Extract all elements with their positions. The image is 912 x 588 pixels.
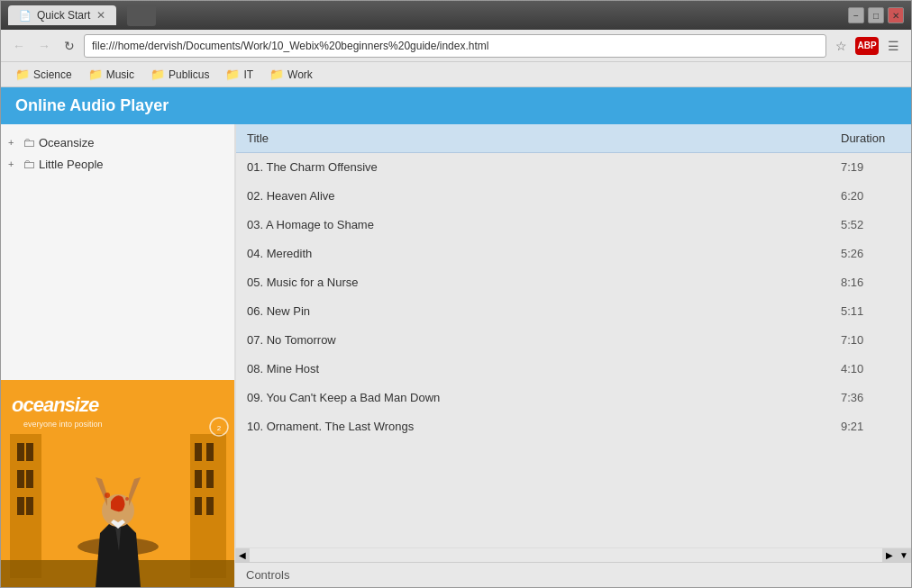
sidebar-item-oceansize-label: Oceansize	[39, 136, 94, 149]
table-row[interactable]: 07. No Tomorrow 7:10	[236, 326, 911, 355]
track-title: 02. Heaven Alive	[236, 182, 830, 211]
track-duration: 6:20	[830, 182, 911, 211]
folder-icon: 🗀	[23, 135, 35, 149]
tab-label: Quick Start	[37, 9, 90, 22]
horizontal-scrollbar[interactable]: ◀ ▶ ▼	[235, 547, 911, 562]
tree-area: + 🗀 Oceansize + 🗀 Little People	[1, 124, 234, 380]
window-controls: − □ ✕	[848, 7, 904, 23]
bookmark-music-label: Music	[106, 68, 134, 81]
expand-icon: +	[8, 137, 19, 148]
table-header-row: Title Duration	[236, 124, 911, 153]
forward-button[interactable]: →	[33, 35, 55, 57]
svg-text:everyone into position: everyone into position	[23, 420, 103, 429]
table-row[interactable]: 05. Music for a Nurse 8:16	[236, 268, 911, 297]
sidebar-item-oceansize[interactable]: + 🗀 Oceansize	[1, 131, 234, 153]
svg-rect-11	[195, 497, 202, 515]
track-duration: 5:26	[830, 240, 911, 268]
sidebar-item-little-people[interactable]: + 🗀 Little People	[1, 153, 234, 175]
controls-label: Controls	[246, 568, 289, 582]
svg-text:oceansize: oceansize	[12, 394, 99, 416]
bookmark-science[interactable]: 📁 Science	[8, 66, 79, 83]
folder-icon: 📁	[150, 68, 165, 81]
track-duration: 5:11	[830, 297, 911, 326]
track-title: 08. Mine Host	[236, 355, 830, 384]
svg-point-19	[125, 497, 129, 501]
minimize-button[interactable]: −	[848, 7, 864, 23]
table-row[interactable]: 04. Meredith 5:26	[236, 240, 911, 268]
tracks-body: 01. The Charm Offensive 7:19 02. Heaven …	[236, 153, 911, 441]
bookmark-music[interactable]: 📁 Music	[81, 66, 141, 83]
svg-rect-7	[26, 497, 33, 515]
scroll-right-button[interactable]: ▶	[882, 548, 897, 563]
scroll-left-button[interactable]: ◀	[235, 548, 250, 563]
bookmark-work-label: Work	[287, 68, 313, 81]
track-title: 10. Ornament. The Last Wrongs	[236, 412, 830, 441]
svg-point-18	[105, 493, 110, 498]
track-duration: 4:10	[830, 355, 911, 384]
svg-rect-1	[10, 434, 41, 578]
album-art: oceansize everyone into position 2	[1, 380, 235, 587]
track-duration: 7:10	[830, 326, 911, 355]
bookmark-publicus[interactable]: 📁 Publicus	[143, 66, 216, 83]
table-row[interactable]: 08. Mine Host 4:10	[236, 355, 911, 384]
bookmark-star-button[interactable]: ☆	[830, 35, 852, 57]
track-table[interactable]: Title Duration 01. The Charm Offensive 7…	[235, 124, 911, 547]
track-title: 06. New Pin	[236, 297, 830, 326]
tab-close-button[interactable]: ✕	[96, 9, 105, 22]
reload-button[interactable]: ↻	[59, 35, 80, 57]
track-duration: 9:21	[830, 412, 911, 441]
bookmark-it-label: IT	[243, 68, 253, 81]
track-title: 05. Music for a Nurse	[236, 268, 830, 297]
svg-rect-2	[17, 443, 24, 461]
bookmark-it[interactable]: 📁 IT	[218, 66, 260, 83]
address-bar[interactable]	[84, 34, 826, 58]
table-row[interactable]: 03. A Homage to Shame 5:52	[236, 211, 911, 240]
scroll-track[interactable]	[250, 548, 882, 562]
col-duration-header: Duration	[830, 124, 911, 153]
controls-bar: Controls	[235, 562, 911, 587]
svg-text:2: 2	[217, 424, 222, 432]
browser-tab[interactable]: 📄 Quick Start ✕	[8, 5, 116, 25]
expand-icon: +	[8, 158, 19, 169]
tab-page-icon: 📄	[19, 10, 32, 22]
browser-menu-button[interactable]: ☰	[882, 35, 904, 57]
svg-rect-9	[195, 443, 202, 461]
track-title: 01. The Charm Offensive	[236, 153, 830, 182]
track-title: 09. You Can't Keep a Bad Man Down	[236, 384, 830, 412]
svg-rect-4	[17, 497, 24, 515]
new-tab-area	[127, 5, 156, 26]
bookmark-publicus-label: Publicus	[169, 68, 209, 81]
app-title: Online Audio Player	[15, 96, 169, 114]
folder-icon: 📁	[269, 68, 284, 81]
scroll-down-button[interactable]: ▼	[897, 548, 911, 563]
bookmark-work[interactable]: 📁 Work	[262, 66, 320, 83]
folder-icon: 🗀	[23, 157, 35, 171]
app-body: + 🗀 Oceansize + 🗀 Little People	[1, 124, 911, 587]
nav-bar: ← → ↻ ☆ ABP ☰	[1, 30, 911, 62]
track-title: 07. No Tomorrow	[236, 326, 830, 355]
table-row[interactable]: 09. You Can't Keep a Bad Man Down 7:36	[236, 384, 911, 412]
svg-rect-3	[17, 470, 24, 488]
svg-rect-6	[26, 470, 33, 488]
maximize-button[interactable]: □	[868, 7, 884, 23]
close-button[interactable]: ✕	[888, 7, 904, 23]
table-row[interactable]: 02. Heaven Alive 6:20	[236, 182, 911, 211]
title-bar: 📄 Quick Start ✕ − □ ✕	[1, 1, 911, 30]
track-title: 04. Meredith	[236, 240, 830, 268]
track-duration: 7:19	[830, 153, 911, 182]
track-duration: 7:36	[830, 384, 911, 412]
sidebar: + 🗀 Oceansize + 🗀 Little People	[1, 124, 235, 587]
back-button[interactable]: ←	[8, 35, 30, 57]
track-list-area: Title Duration 01. The Charm Offensive 7…	[235, 124, 911, 587]
col-title-header: Title	[236, 124, 830, 153]
table-row[interactable]: 10. Ornament. The Last Wrongs 9:21	[236, 412, 911, 441]
content-area: Online Audio Player + 🗀 Oceansize + 🗀 Li…	[1, 87, 911, 587]
folder-icon: 📁	[15, 68, 30, 81]
svg-rect-12	[206, 443, 214, 461]
track-title: 03. A Homage to Shame	[236, 211, 830, 240]
adblock-button[interactable]: ABP	[855, 37, 879, 55]
album-art-svg: oceansize everyone into position 2	[1, 380, 235, 587]
table-row[interactable]: 06. New Pin 5:11	[236, 297, 911, 326]
svg-rect-13	[206, 470, 214, 488]
table-row[interactable]: 01. The Charm Offensive 7:19	[236, 153, 911, 182]
